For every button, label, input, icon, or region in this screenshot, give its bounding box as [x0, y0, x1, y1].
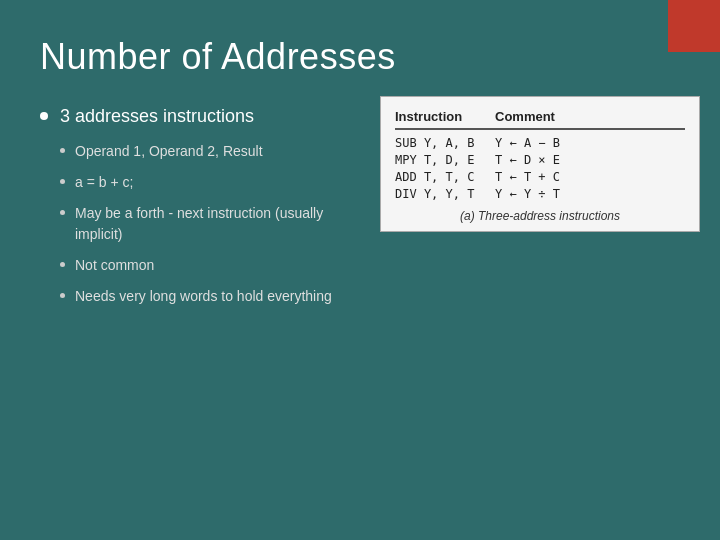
table-header: Instruction Comment: [395, 109, 685, 130]
red-accent: [668, 0, 720, 52]
table-header-col1: Instruction: [395, 109, 495, 124]
right-panel: Instruction Comment SUB Y, A, B Y ← A − …: [380, 96, 700, 232]
sub-bullet-3: May be a forth - next instruction (usual…: [60, 203, 360, 245]
left-panel: 3 addresses instructions Operand 1, Oper…: [40, 106, 360, 317]
slide-container: Number of Addresses 3 addresses instruct…: [0, 0, 720, 540]
instruction-table: Instruction Comment SUB Y, A, B Y ← A − …: [380, 96, 700, 232]
main-bullet-dot: [40, 112, 48, 120]
sub-bullet-dot-5: [60, 293, 65, 298]
sub-bullet-5: Needs very long words to hold everything: [60, 286, 360, 307]
sub-bullet-text-3: May be a forth - next instruction (usual…: [75, 203, 360, 245]
table-row-4-comment: Y ← Y ÷ T: [495, 187, 675, 201]
table-row-2-instruction: MPY T, D, E: [395, 153, 495, 167]
sub-bullet-text-4: Not common: [75, 255, 154, 276]
table-row-2-comment: T ← D × E: [495, 153, 675, 167]
main-bullet-text: 3 addresses instructions: [60, 106, 254, 127]
main-bullet: 3 addresses instructions: [40, 106, 360, 127]
sub-bullet-text-5: Needs very long words to hold everything: [75, 286, 332, 307]
sub-bullet-dot-1: [60, 148, 65, 153]
table-row-2: MPY T, D, E T ← D × E: [395, 153, 685, 167]
table-row-1-instruction: SUB Y, A, B: [395, 136, 495, 150]
sub-bullet-text-2: a = b + c;: [75, 172, 133, 193]
slide-title: Number of Addresses: [40, 36, 680, 78]
table-row-4: DIV Y, Y, T Y ← Y ÷ T: [395, 187, 685, 201]
table-row-1: SUB Y, A, B Y ← A − B: [395, 136, 685, 150]
table-row-1-comment: Y ← A − B: [495, 136, 675, 150]
content-area: 3 addresses instructions Operand 1, Oper…: [40, 106, 680, 317]
sub-bullet-2: a = b + c;: [60, 172, 360, 193]
sub-bullets-list: Operand 1, Operand 2, Result a = b + c; …: [60, 141, 360, 307]
sub-bullet-text-1: Operand 1, Operand 2, Result: [75, 141, 263, 162]
table-header-col2: Comment: [495, 109, 675, 124]
sub-bullet-dot-4: [60, 262, 65, 267]
sub-bullet-dot-3: [60, 210, 65, 215]
table-row-3-instruction: ADD T, T, C: [395, 170, 495, 184]
table-row-4-instruction: DIV Y, Y, T: [395, 187, 495, 201]
sub-bullet-1: Operand 1, Operand 2, Result: [60, 141, 360, 162]
sub-bullet-4: Not common: [60, 255, 360, 276]
sub-bullet-dot-2: [60, 179, 65, 184]
table-row-3: ADD T, T, C T ← T + C: [395, 170, 685, 184]
table-caption: (a) Three-address instructions: [395, 209, 685, 223]
table-row-3-comment: T ← T + C: [495, 170, 675, 184]
